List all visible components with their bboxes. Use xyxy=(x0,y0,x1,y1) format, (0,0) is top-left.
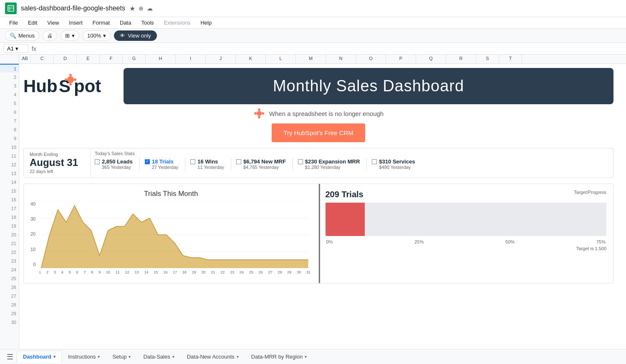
col-m: M xyxy=(296,55,326,63)
col-k: K xyxy=(236,55,266,63)
stat-trials: ✓ 18 Trials 27 Yesterday xyxy=(145,158,186,171)
tab-data-sales[interactable]: Data-Sales ▾ xyxy=(137,351,180,363)
menu-edit[interactable]: Edit xyxy=(24,18,41,28)
svg-text:Hub: Hub xyxy=(23,76,58,96)
stat-new-mrf: $6,794 New MRF $4,765 Yesterday xyxy=(236,158,293,171)
chevron-down-icon: ▾ xyxy=(103,33,106,39)
stats-items: 2,850 Leads 365 Yesterday ✓ xyxy=(95,158,609,171)
progress-label-50: 50% xyxy=(505,239,515,244)
wins-value: 16 Wins xyxy=(197,158,218,165)
trials-value: 18 Trials xyxy=(152,158,174,165)
menu-data[interactable]: Data xyxy=(116,18,135,28)
checkbox-services[interactable] xyxy=(372,159,377,164)
services-yesterday: $490 Yesterday xyxy=(372,165,415,170)
area-chart-svg-container: 1234567891011121314151617181920212223242… xyxy=(38,201,311,274)
svg-point-15 xyxy=(258,116,260,118)
svg-point-16 xyxy=(254,112,257,115)
svg-text:pot: pot xyxy=(74,76,101,96)
checkbox-wins[interactable] xyxy=(190,159,195,164)
svg-point-14 xyxy=(262,112,264,115)
progress-labels: 0% 25% 50% 75% xyxy=(326,239,607,244)
col-s: S xyxy=(476,55,499,63)
stat-leads: 2,850 Leads 365 Yesterday xyxy=(95,158,140,171)
progress-label-75: 75% xyxy=(596,239,606,244)
menu-format[interactable]: Format xyxy=(88,18,114,28)
today-stats-label: Today's Sales Stats xyxy=(95,151,609,156)
menus-button[interactable]: 🔍 Menus xyxy=(5,30,39,41)
print-button[interactable]: 🖨 xyxy=(43,30,57,41)
stats-bar: Month Ending August 31 22 days left Toda… xyxy=(23,148,613,178)
tab-data-new-accounts-label: Data-New Accounts xyxy=(187,354,235,360)
chevron-down-icon: ▾ xyxy=(237,354,239,359)
tagline-section: When a spreadsheet is no longer enough xyxy=(23,108,613,119)
cell-reference[interactable]: A1 ▾ xyxy=(3,44,28,53)
svg-point-7 xyxy=(69,74,72,76)
area-chart-svg xyxy=(38,201,311,268)
tab-data-new-accounts[interactable]: Data-New Accounts ▾ xyxy=(181,351,245,363)
checkbox-trials[interactable]: ✓ xyxy=(145,159,150,164)
print-icon: 🖨 xyxy=(47,33,53,39)
view-only-button[interactable]: 👁 View only xyxy=(114,30,156,41)
chevron-down-icon: ▾ xyxy=(72,33,75,39)
col-l: L xyxy=(266,55,296,63)
chevron-down-icon: ▾ xyxy=(15,45,18,52)
grid-button[interactable]: ⊞ ▾ xyxy=(61,30,79,41)
month-ending-section: Month Ending August 31 22 days left xyxy=(24,148,91,177)
mrf-yesterday: $4,765 Yesterday xyxy=(236,165,286,170)
month-label: Month Ending xyxy=(30,152,84,157)
zoom-button[interactable]: 100% ▾ xyxy=(83,30,111,41)
col-t: T xyxy=(499,55,522,63)
target-progress-label: Target/Progress xyxy=(574,190,606,195)
hubspot-small-icon xyxy=(253,108,265,119)
svg-rect-0 xyxy=(8,5,14,11)
tab-data-mrr-region[interactable]: Data-MRR by Region ▾ xyxy=(245,351,313,363)
menu-file[interactable]: File xyxy=(5,18,22,28)
tab-data-sales-label: Data-Sales xyxy=(143,354,170,360)
hamburger-button[interactable]: ☰ xyxy=(3,350,17,364)
area-chart-wrapper: 40 30 20 10 0 xyxy=(30,201,312,274)
progress-bar-fill xyxy=(326,203,365,236)
menu-view[interactable]: View xyxy=(43,18,63,28)
trials-chart-title: Trials This Month xyxy=(30,190,312,198)
column-headers: AB C D E F G H I J K L M N O P Q R S T xyxy=(0,55,626,64)
tab-instructions[interactable]: Instructions ▾ xyxy=(62,351,106,363)
menu-bar: File Edit View Insert Format Data Tools … xyxy=(0,17,626,29)
progress-bar-container xyxy=(326,203,607,236)
tab-dashboard[interactable]: Dashboard ▾ xyxy=(17,351,62,363)
history-icon[interactable]: ⊕ xyxy=(139,5,144,12)
chevron-down-icon: ▾ xyxy=(98,354,100,359)
stat-wins: 16 Wins 11 Yesterday xyxy=(190,158,231,171)
progress-label-0: 0% xyxy=(326,239,333,244)
checkbox-leads[interactable] xyxy=(95,159,100,164)
svg-point-9 xyxy=(69,83,72,85)
stat-expansion-mrr: $230 Expansion MRR $1,280 Yesterday xyxy=(298,158,367,171)
menu-extensions[interactable]: Extensions xyxy=(160,18,195,28)
tab-instructions-label: Instructions xyxy=(68,354,96,360)
wins-yesterday: 11 Yesterday xyxy=(190,165,224,170)
checkbox-mrf[interactable] xyxy=(236,159,241,164)
col-n: N xyxy=(326,55,356,63)
col-r: R xyxy=(446,55,476,63)
trials-yesterday: 27 Yesterday xyxy=(145,165,179,170)
month-value: August 31 xyxy=(30,157,84,169)
col-i: I xyxy=(176,55,206,63)
checkbox-expansion[interactable] xyxy=(298,159,303,164)
menu-help[interactable]: Help xyxy=(196,18,216,28)
search-icon: 🔍 xyxy=(10,33,16,39)
tab-setup-label: Setup xyxy=(112,354,126,360)
tab-setup[interactable]: Setup ▾ xyxy=(106,351,137,363)
hubspot-logo: Hub S pot xyxy=(23,73,115,99)
cloud-icon[interactable]: ☁ xyxy=(147,5,153,12)
col-f: F xyxy=(100,55,123,63)
menu-tools[interactable]: Tools xyxy=(137,18,158,28)
chevron-down-icon: ▾ xyxy=(129,354,131,359)
svg-marker-22 xyxy=(41,206,308,268)
main-title: Monthly Sales Dashboard xyxy=(140,77,597,95)
main-title-box: Monthly Sales Dashboard xyxy=(124,68,613,104)
cta-button[interactable]: Try HubSpot's Free CRM xyxy=(272,123,365,142)
tagline-text: When a spreadsheet is no longer enough xyxy=(269,110,384,117)
col-p: P xyxy=(386,55,416,63)
target-note: Target is 1,500 xyxy=(326,246,607,251)
menu-insert[interactable]: Insert xyxy=(65,18,87,28)
star-icon[interactable]: ★ xyxy=(129,5,135,13)
